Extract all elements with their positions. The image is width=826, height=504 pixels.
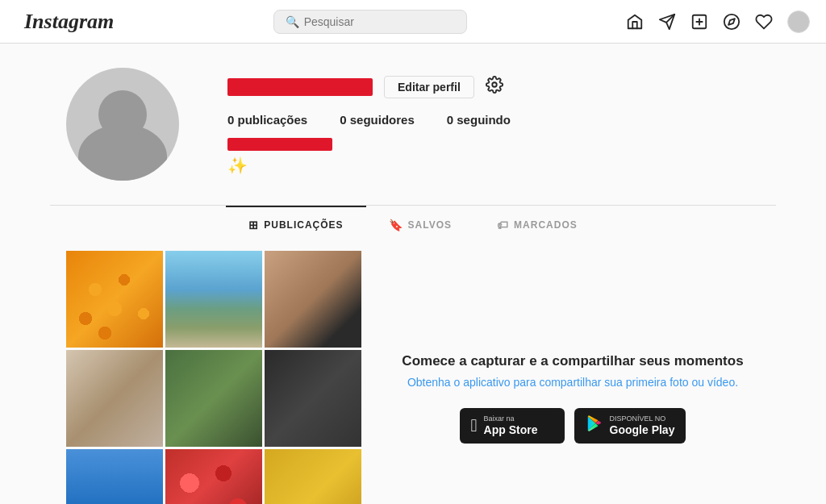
- svg-point-5: [724, 14, 739, 28]
- photo-cell-7[interactable]: [66, 449, 163, 504]
- stat-seguindo[interactable]: 0 seguindo: [447, 113, 511, 127]
- photo-grid: [66, 251, 361, 504]
- photo-cell-9[interactable]: [265, 449, 361, 504]
- tab-publicacoes[interactable]: ⊞ PUBLICAÇÕES: [226, 206, 365, 243]
- photo-cell-6[interactable]: [265, 350, 361, 447]
- instagram-logo: Instagram: [24, 10, 114, 34]
- search-input[interactable]: [304, 15, 455, 28]
- profile-tabs: ⊞ PUBLICAÇÕES 🔖 SALVOS 🏷 MARCADOS: [50, 206, 776, 243]
- header: Instagram 🔍: [0, 0, 826, 44]
- grid-icon: ⊞: [248, 219, 259, 231]
- cta-subtitle: Obtenha o aplicativo para compartilhar s…: [407, 376, 738, 389]
- apple-icon: : [471, 415, 478, 436]
- tag-icon: 🏷: [497, 219, 509, 231]
- photo-cell-4[interactable]: [66, 350, 163, 447]
- send-icon[interactable]: [658, 13, 676, 31]
- svg-marker-6: [728, 19, 735, 25]
- app-store-button[interactable]:  Baixar na App Store: [460, 408, 565, 444]
- photo-cell-1[interactable]: [66, 251, 163, 348]
- profile-username-redacted: [227, 78, 373, 96]
- settings-icon[interactable]: [486, 76, 503, 98]
- google-play-text: DISPONÍVEL NO Google Play: [610, 414, 675, 438]
- stat-publicacoes: 0 publicações: [227, 113, 307, 127]
- profile-header-row: Editar perfil: [227, 76, 760, 98]
- profile-sparkle: ✨: [227, 156, 760, 175]
- stat-seguidores[interactable]: 0 seguidores: [340, 113, 415, 127]
- explore-icon[interactable]: [723, 13, 740, 31]
- heart-icon[interactable]: [755, 13, 773, 31]
- profile-stats: 0 publicações 0 seguidores 0 seguindo: [227, 113, 760, 127]
- edit-profile-button[interactable]: Editar perfil: [384, 76, 474, 98]
- tab-marcados[interactable]: 🏷 MARCADOS: [474, 206, 600, 243]
- svg-point-7: [492, 82, 497, 87]
- search-bar[interactable]: 🔍: [273, 10, 467, 34]
- search-icon: 🔍: [286, 15, 299, 28]
- new-post-icon[interactable]: [690, 13, 708, 31]
- cta-panel: Comece a capturar e a compartilhar seus …: [386, 251, 760, 504]
- photo-cell-3[interactable]: [265, 251, 361, 348]
- google-play-icon: [586, 414, 603, 437]
- user-avatar[interactable]: [787, 10, 810, 33]
- profile-avatar-wrap: [66, 68, 179, 181]
- photo-cell-2[interactable]: [165, 251, 262, 348]
- profile-section: Editar perfil 0 publicações 0 seguidores…: [50, 44, 776, 197]
- cta-title: Comece a capturar e a compartilhar seus …: [402, 353, 743, 369]
- profile-avatar: [66, 68, 179, 181]
- photo-cell-8[interactable]: [165, 449, 262, 504]
- main-content: Comece a capturar e a compartilhar seus …: [50, 243, 776, 504]
- profile-bio-redacted: [227, 138, 332, 151]
- home-icon[interactable]: [626, 13, 644, 31]
- google-play-button[interactable]: DISPONÍVEL NO Google Play: [574, 408, 686, 444]
- bookmark-icon: 🔖: [389, 219, 403, 231]
- app-buttons:  Baixar na App Store: [460, 408, 686, 444]
- profile-info: Editar perfil 0 publicações 0 seguidores…: [227, 68, 760, 175]
- photo-cell-5[interactable]: [165, 350, 262, 447]
- app-store-text: Baixar na App Store: [484, 414, 538, 438]
- header-icons: [626, 10, 810, 33]
- tab-salvos[interactable]: 🔖 SALVOS: [366, 206, 474, 243]
